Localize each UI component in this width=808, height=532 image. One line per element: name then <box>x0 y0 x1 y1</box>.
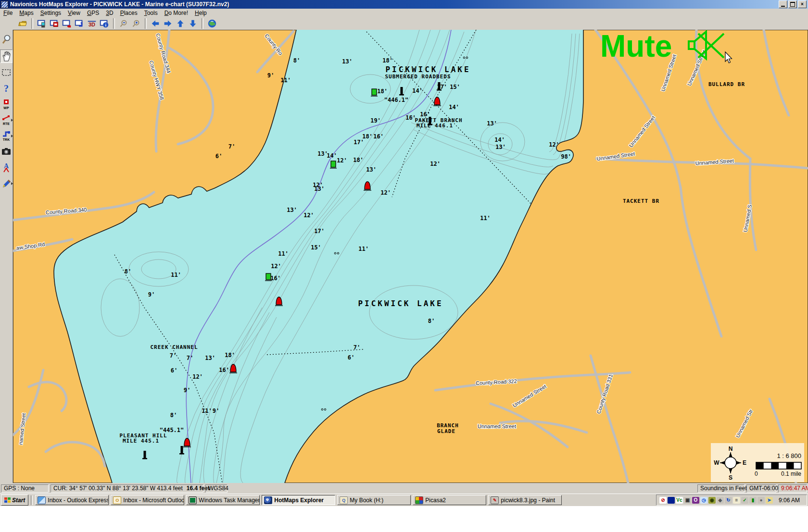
help-icon <box>1 83 12 94</box>
menu-maps[interactable]: Maps <box>16 9 37 17</box>
update-tray-icon[interactable]: ➤ <box>766 497 773 504</box>
snapshot-tool[interactable] <box>0 146 12 158</box>
scheduler-tray-icon[interactable]: ◷ <box>700 497 707 504</box>
depth-sounding-label: 13' <box>342 58 353 65</box>
export-chart-button[interactable] <box>61 18 73 29</box>
menu-do-more[interactable]: Do More! <box>161 9 191 17</box>
opera-tray-icon[interactable]: O <box>692 497 699 504</box>
taskbar-button-label: Inbox - Microsoft Outlook <box>123 497 184 504</box>
depth-sounding-label: 19' <box>370 117 381 124</box>
arrow-down-icon <box>188 18 198 29</box>
taskbar-button[interactable]: Inbox - Outlook Express <box>35 495 109 505</box>
display-tray-icon[interactable] <box>668 497 675 504</box>
taskbar-button[interactable]: QMy Book (H:) <box>337 495 411 505</box>
drive-tray-icon[interactable]: ▮ <box>749 497 757 504</box>
open-chart-button[interactable] <box>16 18 29 29</box>
shell-tray-icon[interactable]: ◈ <box>717 497 724 504</box>
depth-sounding-label: 13' <box>205 355 215 361</box>
pan-left-button[interactable] <box>149 18 162 29</box>
close-button[interactable]: × <box>798 0 807 8</box>
depth-sounding-label: 18' <box>362 133 373 140</box>
check-tray-icon[interactable]: ✓ <box>741 497 748 504</box>
map-send-icon <box>62 18 72 29</box>
sync-tray-icon[interactable]: ↻ <box>725 497 732 504</box>
waypoint-tool[interactable]: WP <box>0 98 12 111</box>
zoom-in-button[interactable] <box>130 18 142 29</box>
depth-sounding-label: 18' <box>377 88 388 95</box>
taskbar-button[interactable]: Windows Task Manager <box>186 495 260 505</box>
network-tray-icon[interactable]: ▣ <box>684 497 691 504</box>
app-icon <box>1 1 8 8</box>
depth-sounding-label: 12' <box>192 373 203 380</box>
datum: WGS84 <box>205 484 227 493</box>
restore-button[interactable] <box>788 0 797 8</box>
arrow-left-icon <box>150 18 161 29</box>
text-tool[interactable] <box>0 161 12 174</box>
taskbar-button-label: Inbox - Outlook Express <box>48 497 109 504</box>
chart-area[interactable]: County RoCounty Road 344County HWY 358Co… <box>13 30 808 483</box>
lake-name-label: PICKWICK LAKE <box>358 299 443 308</box>
taskbar-button[interactable]: OInbox - Microsoft Outlook <box>111 495 184 505</box>
depth-sounding-label: 14' <box>449 104 459 111</box>
volume-mute-tray-icon[interactable]: ⊘ <box>659 497 667 504</box>
help-tool[interactable] <box>0 82 12 95</box>
depth-sounding-label: 6' <box>171 367 177 374</box>
taskbar-button[interactable]: HotMaps Explorer <box>262 495 335 505</box>
place-label: SUBMERGED ROADBEDS <box>385 74 451 80</box>
route-tool[interactable]: RTE <box>0 114 12 126</box>
depth-sounding-label: 7' <box>228 143 235 150</box>
menu-places[interactable]: Places <box>117 9 141 17</box>
eject-chart-button[interactable] <box>48 18 61 29</box>
nvidia-tray-icon[interactable]: ◉ <box>708 497 716 504</box>
cpu-tray-icon[interactable]: ● <box>758 497 765 504</box>
toolbar-separator <box>145 18 147 29</box>
taskbar-button[interactable]: ✎picwick8.3.jpg - Paint <box>488 495 562 505</box>
menu-3d[interactable]: 3D <box>102 9 116 17</box>
zoom-out-button[interactable] <box>117 18 130 29</box>
pan-tool[interactable] <box>0 49 13 63</box>
taskbar-button-label: picwick8.3.jpg - Paint <box>501 497 555 504</box>
depth-sounding-label: 12' <box>549 141 559 148</box>
google-earth-button[interactable] <box>206 18 218 29</box>
taskbar-button[interactable]: Picasa2 <box>413 495 486 505</box>
start-button[interactable]: Start <box>1 495 28 506</box>
depth-sounding-label: 18' <box>353 157 364 163</box>
chart-plotter-button[interactable] <box>36 18 48 29</box>
rte-icon: RTE <box>1 114 12 126</box>
taskbar-button-label: HotMaps Explorer <box>274 497 324 504</box>
notes-tray-icon[interactable]: ≡ <box>733 497 740 504</box>
google-earth-icon <box>207 18 217 29</box>
select-tool[interactable] <box>0 66 12 79</box>
svg-text:WP: WP <box>3 106 9 110</box>
pan-right-button[interactable] <box>162 18 174 29</box>
view-3d-button[interactable] <box>86 18 98 29</box>
new-chart-window-button[interactable] <box>73 18 86 29</box>
hotmaps-icon <box>264 496 272 504</box>
compass-s: S <box>729 474 732 481</box>
minimize-button[interactable] <box>779 0 787 8</box>
green-buoy-marker <box>330 161 337 168</box>
place-label: MILE 446.1 <box>417 123 453 129</box>
zoom-tool[interactable] <box>0 34 12 46</box>
outlook-icon: O <box>113 496 121 504</box>
menu-tools[interactable]: Tools <box>141 9 161 17</box>
menu-help[interactable]: Help <box>191 9 210 17</box>
menu-file[interactable]: File <box>0 9 16 17</box>
track-tool[interactable]: TRK <box>0 130 12 142</box>
zoom-in-icon <box>131 18 141 29</box>
chart-info-button[interactable] <box>98 18 111 29</box>
depth-sounding-label: 15' <box>450 84 460 90</box>
menu-gps[interactable]: GPS <box>84 9 102 17</box>
map-blue-icon <box>74 18 85 29</box>
pan-up-button[interactable] <box>174 18 187 29</box>
depth-sounding-label: 9' <box>213 408 219 414</box>
depth-sounding-label: 13' <box>366 166 377 173</box>
pan-down-button[interactable] <box>187 18 199 29</box>
vnc-tray-icon[interactable]: Vc <box>676 497 683 504</box>
hand-icon <box>1 50 12 62</box>
draw-tool[interactable] <box>0 177 12 190</box>
depth-sounding-label: 7' <box>187 355 193 361</box>
depth-sounding-label: 16' <box>373 133 384 140</box>
menu-view[interactable]: View <box>64 9 84 17</box>
menu-settings[interactable]: Settings <box>37 9 64 17</box>
